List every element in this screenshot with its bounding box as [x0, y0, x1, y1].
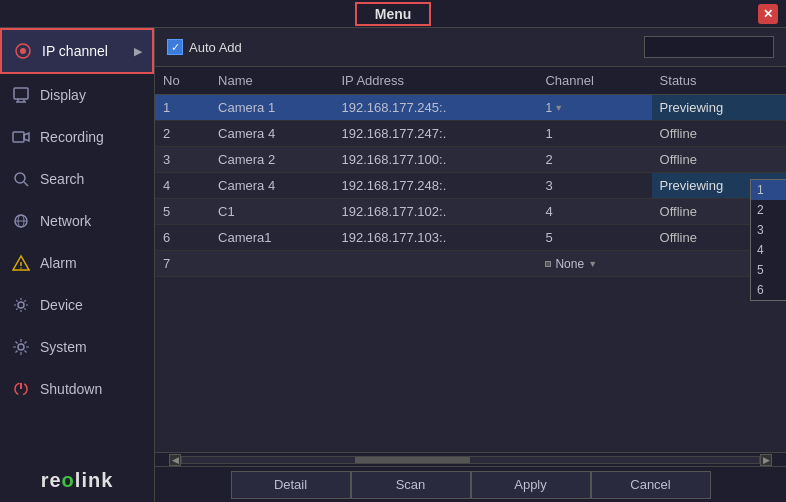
cell-name: Camera 1: [210, 95, 333, 121]
cell-no: 3: [155, 147, 210, 173]
auto-add-checkbox[interactable]: ✓: [167, 39, 183, 55]
table-row[interactable]: 7None▼: [155, 251, 786, 277]
sidebar-label-recording: Recording: [40, 129, 104, 145]
sidebar-label-search: Search: [40, 171, 84, 187]
sidebar-item-device[interactable]: Device: [0, 284, 154, 326]
cell-ip: 192.168.177.102:.: [333, 199, 537, 225]
sidebar-item-display[interactable]: Display: [0, 74, 154, 116]
cell-name: Camera 4: [210, 121, 333, 147]
cell-no: 5: [155, 199, 210, 225]
table-header-row: No Name IP Address Channel Status: [155, 67, 786, 95]
close-button[interactable]: ✕: [758, 4, 778, 24]
sidebar-item-network[interactable]: Network: [0, 200, 154, 242]
svg-point-17: [18, 344, 24, 350]
system-icon: [10, 336, 32, 358]
svg-rect-6: [13, 132, 24, 142]
search-icon: [10, 168, 32, 190]
scroll-left-arrow[interactable]: ◀: [169, 454, 181, 466]
shutdown-icon: [10, 378, 32, 400]
dropdown-option-5[interactable]: 5: [751, 260, 786, 280]
cell-channel[interactable]: 4: [537, 199, 651, 225]
table-row[interactable]: 1Camera 1192.168.177.245:.1▼Previewing: [155, 95, 786, 121]
cell-channel[interactable]: 1▼: [537, 95, 651, 121]
detail-button[interactable]: Detail: [231, 471, 351, 499]
col-status: Status: [652, 67, 786, 95]
sidebar-label-device: Device: [40, 297, 83, 313]
cell-no: 4: [155, 173, 210, 199]
dropdown-option-2[interactable]: 2: [751, 200, 786, 220]
cell-ip: 192.168.177.103:.: [333, 225, 537, 251]
dropdown-option-1[interactable]: 1: [751, 180, 786, 200]
logo-text: reolink: [41, 469, 114, 492]
cell-name: Camera 4: [210, 173, 333, 199]
auto-add-wrapper: ✓ Auto Add: [167, 39, 242, 55]
col-ip: IP Address: [333, 67, 537, 95]
panel-header: ✓ Auto Add: [155, 28, 786, 67]
cell-name: C1: [210, 199, 333, 225]
table-wrapper: No Name IP Address Channel Status 1Camer…: [155, 67, 786, 452]
sidebar-item-shutdown[interactable]: Shutdown: [0, 368, 154, 410]
sidebar: IP channel ▶ Display: [0, 28, 155, 502]
network-icon: [10, 210, 32, 232]
sidebar-label-network: Network: [40, 213, 91, 229]
scroll-track[interactable]: [181, 456, 760, 464]
dropdown-option-6[interactable]: 6: [751, 280, 786, 300]
cell-channel[interactable]: 2: [537, 147, 651, 173]
table-row[interactable]: 3Camera 2192.168.177.100:.2Offline: [155, 147, 786, 173]
sidebar-label-ip-channel: IP channel: [42, 43, 108, 59]
cell-channel[interactable]: 3: [537, 173, 651, 199]
sidebar-item-ip-channel[interactable]: IP channel ▶: [0, 28, 154, 74]
main-panel: ✓ Auto Add No Name IP Address Channel St…: [155, 28, 786, 502]
cell-channel[interactable]: 1: [537, 121, 651, 147]
table-row[interactable]: 2Camera 4192.168.177.247:.1Offline: [155, 121, 786, 147]
apply-button[interactable]: Apply: [471, 471, 591, 499]
svg-marker-7: [24, 133, 29, 141]
horizontal-scrollbar[interactable]: ◀ ▶: [155, 452, 786, 466]
search-box[interactable]: [644, 36, 774, 58]
dropdown-options: 1 2 3 4 5 6: [751, 180, 786, 300]
cell-ip: [333, 251, 537, 277]
sidebar-item-recording[interactable]: Recording: [0, 116, 154, 158]
cell-status: Previewing: [652, 95, 786, 121]
cell-channel[interactable]: 5: [537, 225, 651, 251]
sidebar-item-system[interactable]: System: [0, 326, 154, 368]
content-area: IP channel ▶ Display: [0, 28, 786, 502]
sidebar-label-shutdown: Shutdown: [40, 381, 102, 397]
svg-line-9: [24, 182, 28, 186]
cell-no: 6: [155, 225, 210, 251]
cancel-button[interactable]: Cancel: [591, 471, 711, 499]
channel-dropdown[interactable]: 1 2 3 4 5 6 ▲ ▲ ▼: [750, 179, 786, 301]
logo: reolink: [0, 459, 154, 502]
table-row[interactable]: 4Camera 4192.168.177.248:.3Previewing: [155, 173, 786, 199]
cell-status: Offline: [652, 121, 786, 147]
sidebar-label-alarm: Alarm: [40, 255, 77, 271]
cell-ip: 192.168.177.248:.: [333, 173, 537, 199]
svg-point-15: [20, 267, 22, 269]
arrow-icon: ▶: [134, 45, 142, 58]
sidebar-label-system: System: [40, 339, 87, 355]
cell-ip: 192.168.177.245:.: [333, 95, 537, 121]
recording-icon: [10, 126, 32, 148]
dropdown-option-3[interactable]: 3: [751, 220, 786, 240]
cell-name: [210, 251, 333, 277]
scroll-thumb: [355, 457, 470, 463]
table-row[interactable]: 5C1192.168.177.102:.4Offline: [155, 199, 786, 225]
scan-button[interactable]: Scan: [351, 471, 471, 499]
cell-no: 2: [155, 121, 210, 147]
svg-point-8: [15, 173, 25, 183]
display-icon: [10, 84, 32, 106]
cell-no: 7: [155, 251, 210, 277]
cell-ip: 192.168.177.100:.: [333, 147, 537, 173]
device-icon: [10, 294, 32, 316]
cell-channel[interactable]: None▼: [537, 251, 651, 277]
scroll-right-arrow[interactable]: ▶: [760, 454, 772, 466]
dropdown-option-4[interactable]: 4: [751, 240, 786, 260]
window-title: Menu: [355, 2, 432, 26]
bottom-bar: Detail Scan Apply Cancel: [155, 466, 786, 502]
col-name: Name: [210, 67, 333, 95]
sidebar-item-search[interactable]: Search: [0, 158, 154, 200]
table-row[interactable]: 6Camera1192.168.177.103:.5Offline: [155, 225, 786, 251]
camera-icon: [12, 40, 34, 62]
svg-point-1: [20, 48, 26, 54]
sidebar-item-alarm[interactable]: Alarm: [0, 242, 154, 284]
